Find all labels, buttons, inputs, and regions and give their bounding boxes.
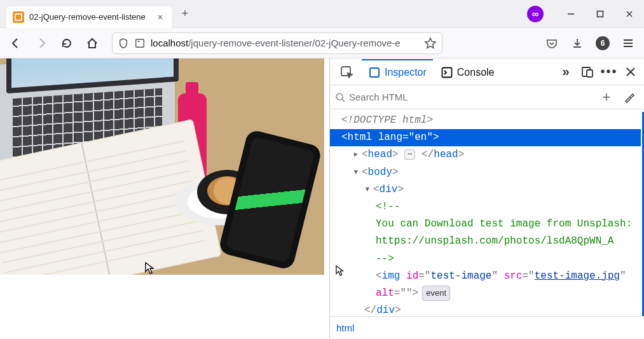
shield-icon[interactable] [118,38,129,49]
page-info-icon[interactable] [134,38,146,49]
dom-div-close[interactable]: </div> [330,302,641,316]
dom-img-element-cont[interactable]: alt="">event [330,285,641,302]
window-minimize-button[interactable] [556,0,586,28]
private-browsing-icon: ∞ [527,6,544,22]
devtools-tabbar: Inspector Console » ••• [330,59,644,85]
mouse-cursor-icon [145,262,155,275]
svg-rect-4 [136,39,144,47]
dom-comment-line1[interactable]: You can Download test image from Unsplas… [330,216,641,233]
window-close-button[interactable] [615,0,644,28]
svg-rect-1 [598,11,603,17]
breadcrumb-html[interactable]: html [336,322,354,333]
element-picker-button[interactable] [334,59,360,85]
pocket-button[interactable] [541,32,563,54]
devtools-overflow-button[interactable]: » [556,62,575,81]
inspector-tab[interactable]: Inspector [362,59,433,85]
xampp-favicon [13,11,24,23]
console-tab[interactable]: Console [434,59,501,85]
devtools-close-button[interactable] [621,62,640,81]
back-button[interactable] [5,32,27,54]
devtools-search-bar: + [330,85,644,109]
inspector-tab-label: Inspector [385,67,427,78]
account-button[interactable]: 6 [592,32,613,54]
mouse-cursor-icon [336,265,345,277]
svg-rect-10 [370,68,379,77]
dom-comment-line2[interactable]: https://unsplash.com/photos/lsdA8QpWN_A [330,233,641,250]
content-area: Inspector Console » ••• + [0,59,644,339]
dom-comment-open[interactable]: <!-- [330,198,641,216]
app-menu-button[interactable] [617,32,639,54]
page-viewport [0,59,329,339]
dom-img-element[interactable]: <img id="test-image" src="test-image.jpg… [330,268,641,285]
devtools-breadcrumbs[interactable]: html [330,316,644,339]
svg-rect-5 [137,41,140,41]
downloads-button[interactable] [566,32,588,54]
dom-html-element[interactable]: <html lang="en"> [330,129,641,146]
eyedropper-button[interactable] [620,88,639,107]
svg-rect-13 [587,70,593,77]
url-text: localhost/jquery-remove-event-listener/0… [151,38,419,48]
svg-line-17 [342,99,345,102]
browser-toolbar: localhost/jquery-remove-event-listener/0… [0,28,644,59]
home-button[interactable] [81,32,103,54]
search-icon [335,92,345,102]
forward-button[interactable] [31,32,52,54]
dom-tree[interactable]: <!DOCTYPE html> <html lang="en"> ▸<head>… [330,109,644,316]
new-tab-button[interactable]: + [175,4,195,24]
dom-body-element[interactable]: ▾<body> [330,164,641,181]
dom-head-element[interactable]: ▸<head> ⋯ </head> [330,146,641,163]
add-node-button[interactable]: + [597,88,616,107]
event-badge[interactable]: event [422,286,450,301]
test-image[interactable] [0,59,324,275]
dom-div-element[interactable]: ▾<div> [330,181,641,198]
bookmark-star-icon[interactable] [424,37,437,50]
console-tab-label: Console [457,67,495,78]
url-bar[interactable]: localhost/jquery-remove-event-listener/0… [112,32,442,54]
devtools-panel: Inspector Console » ••• + [329,59,644,339]
dom-comment-close[interactable]: --> [330,251,641,268]
devtools-menu-button[interactable]: ••• [599,62,619,81]
dom-doctype[interactable]: <!DOCTYPE html> [330,112,641,129]
svg-point-16 [336,93,343,100]
responsive-design-button[interactable] [578,62,597,81]
window-titlebar: 02-jQuery-remove-event-listene × + ∞ [0,0,644,28]
window-maximize-button[interactable] [586,0,615,28]
account-badge: 6 [596,36,610,50]
tab-close-button[interactable]: × [155,12,165,22]
reload-button[interactable] [56,32,78,54]
tab-title: 02-jQuery-remove-event-listene [29,12,155,22]
devtools-html-search[interactable] [349,92,593,102]
browser-tab[interactable]: 02-jQuery-remove-event-listene × [6,6,172,28]
